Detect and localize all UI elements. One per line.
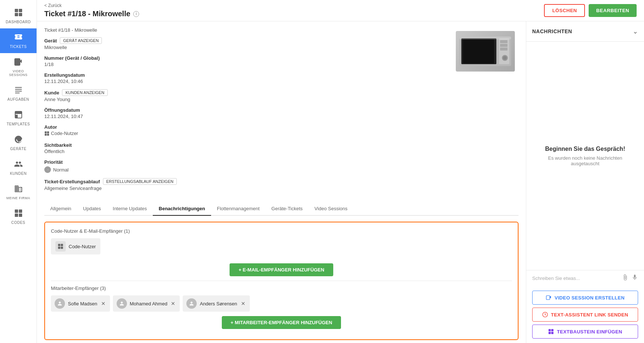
sidebar-label-kunden: KUNDEN (10, 172, 27, 176)
geraete-icon (14, 135, 23, 145)
topbar: < Zurück Ticket #1/18 - Mikrowelle i LÖS… (37, 0, 644, 21)
topbar-left: < Zurück Ticket #1/18 - Mikrowelle i (44, 3, 139, 18)
svg-rect-0 (15, 9, 18, 12)
topbar-actions: LÖSCHEN BEARBEITEN (544, 4, 637, 17)
svg-rect-30 (500, 48, 507, 51)
field-group-erstellungsdatum: Erstellungsdatum 12.11.2024, 10:46 (44, 72, 445, 84)
add-employee-button[interactable]: + MITARBEITER-EMPFÄNGER HINZUFÜGEN (222, 316, 341, 329)
svg-rect-22 (45, 134, 47, 135)
employee-name-0: Sofie Madsen (68, 301, 97, 306)
sidebar-item-aufgaben[interactable]: AUFGABEN (0, 81, 37, 106)
geraet-show-button[interactable]: GERÄT ANZEIGEN (60, 37, 102, 44)
svg-rect-8 (15, 87, 22, 88)
oeffnungsdatum-label: Öffnungsdatum (44, 107, 445, 113)
codes-icon (14, 209, 23, 219)
messages-empty-sub: Es wurden noch keine Nachrichten ausgeta… (534, 155, 637, 166)
employee-tag-0: Sofie Madsen ✕ (51, 295, 110, 312)
autor-value: Code-Nutzer (44, 131, 445, 137)
tabs: Allgemein Updates Interne Updates Benach… (44, 202, 519, 216)
sidebar-item-templates[interactable]: TEMPLATES (0, 106, 37, 131)
messages-input[interactable] (532, 276, 619, 281)
meine-firma-icon (14, 184, 23, 195)
microphone-button[interactable] (631, 274, 638, 283)
employee-tag-1: Mohamed Ahmed ✕ (113, 295, 180, 312)
svg-rect-35 (61, 244, 63, 246)
svg-rect-9 (15, 89, 22, 90)
tab-interne-updates[interactable]: Interne Updates (107, 202, 153, 216)
code-recipient-name: Code-Nutzer (69, 244, 96, 249)
geraet-label: Gerät GERÄT ANZEIGEN (44, 37, 445, 44)
sidebar-label-aufgaben: AUFGABEN (7, 97, 29, 101)
employee-avatar-1 (117, 298, 127, 309)
kunde-show-button[interactable]: KUNDEN ANZEIGEN (62, 89, 107, 96)
ticket-image (452, 27, 519, 196)
tab-video-sessions[interactable]: Video Sessions (309, 202, 353, 216)
erstellungsablauf-show-button[interactable]: ERSTELLUNGSABLAUF ANZEIGEN (103, 178, 177, 185)
field-group-kunde: Kunde KUNDEN ANZEIGEN Anne Young (44, 89, 445, 102)
sidebar-item-codes[interactable]: CODES (0, 204, 37, 229)
ticket-first-line: Ticket #1/18 - Mikrowelle (44, 27, 445, 33)
tab-allgemein[interactable]: Allgemein (44, 202, 77, 216)
code-recipient-icon (55, 241, 66, 252)
field-group-sichtbarkeit: Sichtbarkeit Öffentlich (44, 142, 445, 154)
tab-geraete-tickets[interactable]: Geräte-Tickets (265, 202, 309, 216)
remove-employee-2[interactable]: ✕ (240, 301, 246, 306)
notifications-panel: Code-Nutzer & E-Mail-Empfänger (1) Code-… (44, 222, 519, 340)
svg-rect-36 (58, 247, 60, 249)
edit-button[interactable]: BEARBEITEN (589, 4, 637, 17)
page-title: Ticket #1/18 - Mikrowelle i (44, 10, 139, 18)
remove-employee-0[interactable]: ✕ (100, 301, 106, 306)
delete-button[interactable]: LÖSCHEN (544, 4, 585, 17)
code-section-title: Code-Nutzer & E-Mail-Empfänger (1) (51, 228, 512, 234)
tab-flottenmanagement[interactable]: Flottenmanagement (211, 202, 266, 216)
employee-tags: Sofie Madsen ✕ Mohamed Ahmed ✕ (51, 295, 512, 312)
svg-rect-23 (47, 134, 49, 135)
svg-rect-37 (61, 247, 63, 249)
svg-rect-11 (15, 93, 20, 93)
video-session-button[interactable]: VIDEO SESSION ERSTELLEN (532, 291, 638, 305)
messages-body: Beginnen Sie das Gespräch! Es wurden noc… (526, 42, 644, 270)
kunden-icon (14, 160, 23, 170)
field-group-geraet: Gerät GERÄT ANZEIGEN Mikrowelle (44, 37, 445, 50)
sidebar-item-tickets[interactable]: TICKETS (0, 28, 37, 53)
remove-employee-1[interactable]: ✕ (170, 301, 176, 306)
breadcrumb[interactable]: < Zurück (44, 3, 139, 8)
tickets-icon (14, 33, 23, 43)
field-group-autor: Autor Code-Nutzer (44, 124, 445, 137)
employee-name-1: Mohamed Ahmed (130, 301, 168, 306)
prioritaet-label: Priorität (44, 159, 445, 165)
svg-rect-43 (551, 332, 554, 334)
erstellungsdatum-label: Erstellungsdatum (44, 72, 445, 78)
messages-empty-title: Beginnen Sie das Gespräch! (545, 146, 625, 152)
sidebar-item-kunden[interactable]: KUNDEN (0, 155, 37, 180)
svg-rect-38 (546, 296, 550, 300)
priority-dot (44, 166, 51, 173)
add-email-recipient-button[interactable]: + E-MAIL-EMPFÄNGER HINZUFÜGEN (230, 263, 333, 276)
sidebar-item-video-sessions[interactable]: VIDEO SESSIONS (0, 53, 37, 81)
employee-tag-2: Anders Sørensen ✕ (183, 295, 249, 312)
right-panel: NACHRICHTEN ⌄ Beginnen Sie das Gespräch!… (526, 21, 644, 343)
info-icon[interactable]: i (133, 11, 139, 17)
messages-collapse-icon[interactable]: ⌄ (633, 27, 638, 35)
attachment-button[interactable] (622, 274, 628, 283)
textbaustein-button[interactable]: TEXTBAUSTEIN EINFÜGEN (532, 325, 638, 339)
svg-rect-28 (500, 40, 507, 43)
erstellungsdatum-value: 12.11.2024, 10:46 (44, 79, 445, 84)
kunde-value: Anne Young (44, 97, 445, 102)
section-divider (51, 281, 512, 281)
svg-rect-10 (15, 91, 22, 91)
sidebar-item-dashboard[interactable]: DASHBOARD (0, 4, 37, 28)
field-group-oeffnungsdatum: Öffnungsdatum 12.11.2024, 10:47 (44, 107, 445, 119)
tab-updates[interactable]: Updates (77, 202, 107, 216)
sidebar-item-geraete[interactable]: GERÄTE (0, 131, 37, 155)
ticket-panel: Ticket #1/18 - Mikrowelle Gerät GERÄT AN… (37, 21, 526, 343)
text-assistant-button[interactable]: TEXT-ASSISTENT LINK SENDEN (532, 308, 638, 322)
templates-icon (14, 110, 23, 121)
sidebar-item-meine-firma[interactable]: MEINE FIRMA (0, 180, 37, 204)
sidebar-label-tickets: TICKETS (10, 45, 27, 49)
aufgaben-icon (14, 86, 23, 96)
employee-name-2: Anders Sørensen (200, 301, 237, 306)
content-area: Ticket #1/18 - Mikrowelle Gerät GERÄT AN… (37, 21, 644, 343)
tab-benachrichtigungen[interactable]: Benachrichtigungen (153, 202, 211, 216)
field-group-nummer: Nummer (Gerät / Global) 1/18 (44, 55, 445, 67)
